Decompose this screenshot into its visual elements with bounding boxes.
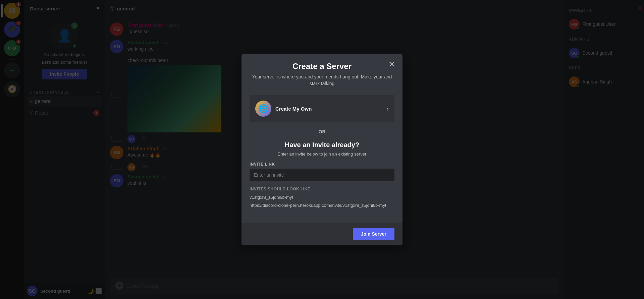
invite-example-1: v1stgxr8_z5jdhi6b-myt [250, 193, 394, 201]
create-own-icon: 🌐 [255, 101, 271, 117]
invite-link-label: INVITE LINK [250, 162, 394, 167]
create-own-arrow-icon: › [386, 105, 389, 113]
have-invite-section: Have an Invite already? Enter an invite … [250, 141, 394, 157]
modal-body: 🌐 Create My Own › OR Have an Invite alre… [241, 89, 402, 217]
modal-footer: Join Server [241, 223, 402, 245]
invite-example-2: https://discord-clone-pern.herokuapp.com… [250, 201, 394, 209]
create-server-modal: ✕ Create a Server Your server is where y… [241, 54, 402, 245]
have-invite-subtitle: Enter an invite below to join an existin… [250, 152, 394, 157]
join-server-button[interactable]: Join Server [353, 228, 394, 240]
modal-subtitle: Your server is where you and your friend… [250, 74, 394, 87]
modal-overlay[interactable]: ✕ Create a Server Your server is where y… [0, 0, 644, 299]
invites-look-like-section: INVITES SHOULD LOOK LIKE v1stgxr8_z5jdhi… [250, 187, 394, 209]
or-divider: OR [250, 129, 394, 134]
modal-header: Create a Server Your server is where you… [241, 54, 402, 89]
have-invite-title: Have an Invite already? [250, 141, 394, 149]
modal-close-button[interactable]: ✕ [386, 59, 397, 70]
invites-look-label: INVITES SHOULD LOOK LIKE [250, 187, 394, 191]
modal-title: Create a Server [250, 62, 394, 71]
create-my-own-option[interactable]: 🌐 Create My Own › [250, 95, 394, 122]
invite-link-input[interactable] [250, 169, 394, 181]
create-own-label: Create My Own [275, 106, 382, 112]
